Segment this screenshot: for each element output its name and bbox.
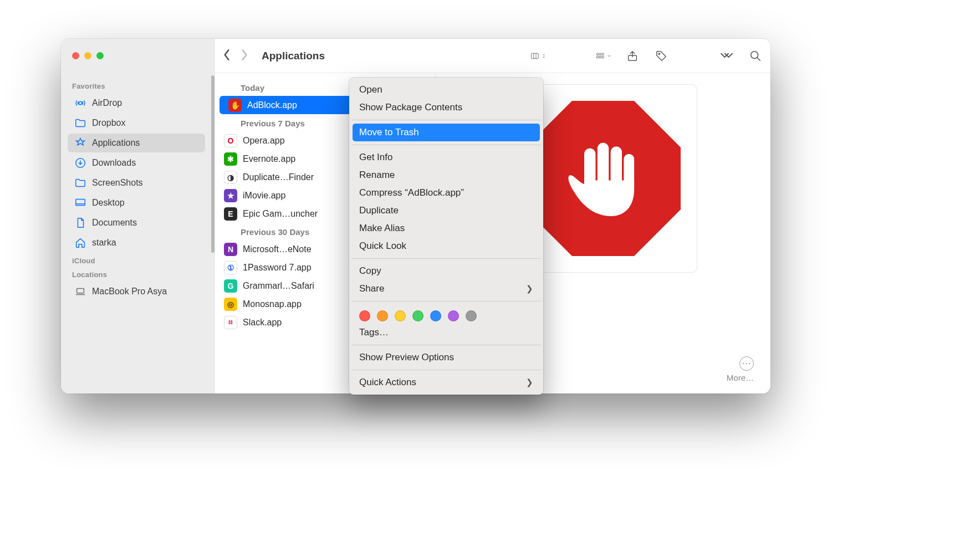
dup-app-icon: ◑ [224,171,237,184]
sidebar: FavoritesAirDropDropboxApplicationsDownl… [61,73,215,393]
context-menu-separator [351,258,541,259]
file-name: Microsoft…eNote [243,244,312,254]
opera-app-icon: O [224,134,237,147]
file-name: Evernote.app [243,154,295,164]
svg-rect-1 [597,53,599,55]
file-name: Slack.app [243,318,282,328]
monosnap-app-icon: ◎ [224,298,237,311]
context-menu-separator [351,120,541,120]
svg-point-10 [79,101,82,105]
context-menu-item[interactable]: Rename [349,166,543,184]
svg-rect-0 [532,53,539,59]
folder-icon [74,117,86,129]
sidebar-item-label: Downloads [92,158,136,168]
file-name: Monosnap.app [243,299,302,309]
sidebar-item-dropbox[interactable]: Dropbox [68,114,205,132]
tag-color-dot[interactable] [377,310,388,321]
sidebar-item-screenshots[interactable]: ScreenShots [68,173,205,192]
toolbar: Applications [61,39,770,73]
context-menu-item-label: Duplicate [359,205,399,216]
group-by-button[interactable] [596,49,611,63]
sidebar-item-desktop[interactable]: Desktop [68,193,205,212]
search-button[interactable] [748,49,763,63]
tag-color-dot[interactable] [448,310,459,321]
sidebar-item-label: Desktop [92,198,125,208]
sidebar-item-downloads[interactable]: Downloads [68,154,205,172]
minimize-window-button[interactable] [84,52,91,59]
file-name: 1Password 7.app [243,263,312,273]
tags-button[interactable] [654,49,668,63]
back-button[interactable] [223,49,231,63]
adblock-app-icon: ✋ [228,99,242,112]
chevron-right-icon: ❯ [526,284,533,294]
context-menu-item-label: Rename [359,170,395,181]
document-icon [74,217,86,229]
file-name: iMovie.app [243,191,285,201]
tag-color-dot[interactable] [395,310,406,321]
sidebar-item-starka[interactable]: starka [68,233,205,252]
context-menu-item-label: Quick Actions [359,377,416,388]
context-menu-item[interactable]: Make Alias [349,219,543,237]
svg-point-8 [659,53,660,55]
context-menu-item-label: Move to Trash [359,127,419,138]
context-menu: OpenShow Package ContentsMove to TrashGe… [349,78,543,395]
context-menu-item[interactable]: Open [349,81,543,99]
context-menu-separator [351,301,541,301]
sidebar-item-macbook-pro-asya[interactable]: MacBook Pro Asya [68,282,205,301]
svg-rect-5 [599,56,601,58]
sidebar-item-label: Applications [92,138,140,148]
sidebar-scrollbar[interactable] [211,73,215,393]
sidebar-group-label: iCloud [64,253,211,267]
sidebar-item-label: Dropbox [92,118,125,128]
sidebar-item-applications[interactable]: Applications [68,134,205,152]
sidebar-item-airdrop[interactable]: AirDrop [68,94,205,113]
context-menu-item-label: Make Alias [359,223,405,234]
context-menu-separator [351,370,541,370]
file-name: Epic Gam…uncher [243,209,318,219]
forward-button[interactable] [241,49,248,63]
context-menu-item[interactable]: Show Preview Options [349,349,543,366]
context-menu-item[interactable]: Show Package Contents [349,99,543,116]
tag-color-dot[interactable] [466,310,477,321]
chevron-right-icon: ❯ [526,377,533,387]
context-menu-tag-colors [349,305,543,324]
appstore-icon [74,137,86,149]
context-menu-item-label: Copy [359,265,381,277]
context-menu-item[interactable]: Tags… [349,324,543,341]
file-name: Duplicate…Finder [243,172,314,182]
context-menu-item[interactable]: Share❯ [349,280,543,298]
context-menu-item[interactable]: Duplicate [349,202,543,219]
download-icon [74,157,86,169]
tag-color-dot[interactable] [430,310,441,321]
file-name: AdBlock.app [247,100,297,110]
svg-rect-4 [597,56,599,58]
tag-color-dot[interactable] [412,310,423,321]
sidebar-group-label: Favorites [64,79,211,93]
context-menu-item[interactable]: Quick Actions❯ [349,374,543,391]
sidebar-item-label: Documents [92,218,137,228]
context-menu-item[interactable]: Compress “AdBlock.app” [349,184,543,202]
fullscreen-window-button[interactable] [96,52,104,59]
sidebar-group-label: Locations [64,267,211,281]
context-menu-separator [351,345,541,345]
context-menu-item[interactable]: Move to Trash [353,124,540,141]
more-icon: ··· [739,356,754,371]
tag-color-dot[interactable] [359,310,370,321]
view-columns-button[interactable] [531,49,545,63]
context-menu-item[interactable]: Copy [349,262,543,280]
context-menu-item[interactable]: Quick Look [349,237,543,255]
svg-rect-6 [602,56,604,58]
share-button[interactable] [625,49,640,63]
window-title: Applications [262,50,325,62]
file-name: Opera.app [243,136,285,146]
sidebar-item-documents[interactable]: Documents [68,213,205,232]
overflow-button[interactable] [719,49,734,63]
close-window-button[interactable] [72,52,79,59]
context-menu-item-label: Open [359,84,382,95]
folder-icon [74,177,86,189]
window-controls [61,39,215,73]
hand-icon [556,131,650,226]
context-menu-item[interactable]: Get Info [349,149,543,166]
svg-rect-2 [599,53,601,55]
imovie-app-icon: ★ [224,189,237,202]
